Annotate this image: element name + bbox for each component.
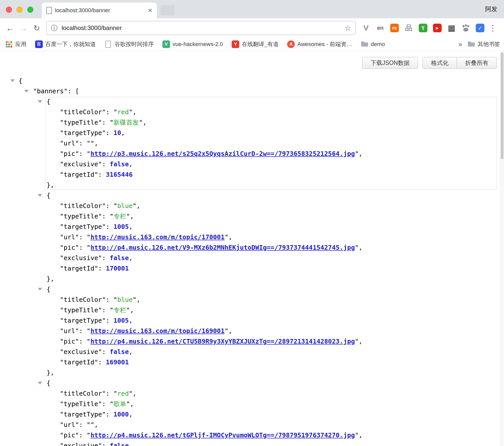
json-text: " [114, 296, 117, 303]
bookmark-label: demo [371, 41, 385, 48]
page-info-icon[interactable]: ⓘ [51, 24, 58, 33]
json-text: " [87, 233, 90, 241]
back-button[interactable]: ← [4, 23, 17, 33]
qrcode-extension-icon[interactable]: ▦ [446, 22, 457, 34]
json-text: " [114, 390, 117, 397]
bookmarks-overflow-chevron[interactable]: » [453, 40, 467, 48]
scrollbar[interactable] [500, 51, 504, 446]
json-url-link[interactable]: http://p3.music.126.net/s25q2x5QyqsAzilC… [90, 150, 355, 157]
json-key: "url": [60, 421, 87, 428]
json-line: "pic": "http://p4.music.126.net/tGPljf-I… [0, 430, 500, 440]
json-text: " [129, 390, 133, 397]
collapse-toggle-icon[interactable] [38, 194, 42, 197]
extensions-toolbar: VenFE品T▶▦✓ [360, 22, 486, 34]
json-key: "exclusive": [60, 254, 110, 262]
json-line: "targetId": 3165446 [0, 169, 500, 180]
json-object: {"titleColor": "red","typeTitle": "歌单","… [0, 378, 500, 446]
window-close-button[interactable] [6, 7, 12, 13]
fe-extension-icon[interactable]: FE [389, 22, 400, 34]
collapse-toggle-icon[interactable] [38, 382, 42, 384]
json-url-link[interactable]: http://music.163.com/m/topic/170001 [90, 233, 225, 241]
browser-menu-icon[interactable]: ⋮ [488, 23, 498, 33]
json-text: { [47, 286, 50, 293]
json-line: "titleColor": "blue", [0, 201, 500, 211]
json-key: "targetType": [60, 411, 114, 418]
address-bar[interactable]: ⓘ localhost:3000/banner ☆ [46, 21, 356, 35]
json-text: " [139, 119, 143, 126]
json-key: "targetId": [60, 359, 106, 366]
json-text: , [129, 223, 133, 230]
bookmark-awesomes[interactable]: AAwesomes - 前端资… [287, 40, 352, 48]
json-text: " [110, 213, 114, 220]
format-button[interactable]: 格式化 [423, 57, 457, 69]
download-json-button[interactable]: 下载JSON数据 [362, 57, 418, 69]
scrollbar-thumb[interactable] [501, 52, 503, 159]
collapse-toggle-icon[interactable] [24, 90, 29, 93]
window-controls [6, 7, 33, 13]
json-url-link[interactable]: http://p4.music.126.net/CTU5B9R9y3XyYBZX… [90, 338, 355, 345]
translate-en-extension-icon[interactable]: en [375, 22, 386, 34]
browser-tab[interactable]: localhost:3000/banner × [42, 3, 157, 18]
tampermonkey-extension-icon[interactable]: T [417, 22, 429, 34]
json-key: "exclusive": [60, 442, 110, 446]
other-bookmarks-label: 其他书签 [478, 40, 500, 48]
address-url: localhost:3000/banner [62, 24, 344, 32]
json-key: "typeTitle": [60, 119, 110, 126]
json-key: "typeTitle": [60, 400, 110, 408]
youtube-extension-icon[interactable]: ▶ [432, 22, 443, 34]
paw-extension-icon[interactable] [460, 22, 471, 34]
json-boolean-value: false [110, 442, 129, 446]
collapse-toggle-icon[interactable] [10, 79, 15, 82]
tab-close-icon[interactable]: × [148, 7, 152, 14]
json-text: " [87, 421, 90, 428]
json-url-link[interactable]: http://p4.music.126.net/V9-MXz6b2MNhEKju… [90, 244, 355, 251]
bookmark-apps[interactable]: 应用 [5, 40, 26, 48]
json-text: " [87, 150, 90, 157]
new-tab-button[interactable] [160, 5, 175, 15]
json-line: { [0, 378, 500, 388]
bookmark-youdao[interactable]: Y在线翻译_有道 [232, 40, 278, 48]
bookmark-star-icon[interactable]: ☆ [344, 24, 351, 33]
json-key: "targetType": [60, 223, 114, 230]
json-text: " [126, 400, 130, 408]
bookmark-page[interactable]: 谷歌按时间排序 [104, 40, 154, 48]
window-zoom-button[interactable] [27, 7, 33, 13]
vimium-extension-icon[interactable]: V [360, 22, 372, 34]
collapse-toggle-icon[interactable] [38, 288, 42, 291]
json-line: "targetType": 1000, [0, 409, 500, 420]
forward-button[interactable]: → [17, 23, 30, 33]
window-minimize-button[interactable] [17, 7, 23, 13]
json-text: " [110, 119, 114, 126]
json-line: "typeTitle": "新碟首发", [0, 117, 500, 128]
json-text: { [19, 77, 22, 84]
sitemap-extension-icon[interactable]: 品 [403, 22, 414, 34]
json-text: , [359, 338, 362, 345]
shield-check-extension-icon[interactable]: ✓ [474, 22, 486, 34]
bookmark-folder[interactable]: demo [361, 40, 385, 48]
collapse-all-button[interactable]: 折叠所有 [457, 57, 497, 69]
json-key: "url": [60, 327, 87, 335]
json-text: " [126, 213, 130, 220]
json-text: { [47, 98, 50, 105]
json-string-value: 专栏 [114, 213, 126, 220]
bookmark-baidu[interactable]: 百百度一下，你就知道 [35, 40, 96, 48]
json-url-link[interactable]: http://music.163.com/m/topic/169001 [90, 327, 225, 335]
other-bookmarks[interactable]: 其他书签 [467, 40, 500, 48]
json-string-value: 专栏 [114, 306, 126, 314]
bookmark-vue[interactable]: Vvue-hackernews-2.0 [162, 40, 223, 48]
json-text: " [90, 140, 94, 147]
collapse-toggle-icon[interactable] [38, 100, 42, 103]
json-url-link[interactable]: http://p4.music.126.net/tGPljf-IMOCyPvum… [90, 432, 355, 439]
reload-button[interactable]: ↻ [30, 24, 43, 33]
json-line: "banners": [ [0, 86, 500, 96]
json-text: , [133, 390, 136, 397]
json-string-value: red [117, 390, 129, 397]
json-text: , [143, 119, 147, 126]
json-line: "typeTitle": "专栏", [0, 305, 500, 315]
awesomes-icon: A [287, 40, 295, 48]
json-object: {"titleColor": "blue","typeTitle": "专栏",… [0, 284, 500, 378]
page-favicon-icon [46, 7, 52, 14]
json-text: , [129, 254, 133, 262]
window-titlebar: localhost:3000/banner × 阿发 [0, 0, 504, 18]
json-key: "targetType": [60, 317, 114, 324]
